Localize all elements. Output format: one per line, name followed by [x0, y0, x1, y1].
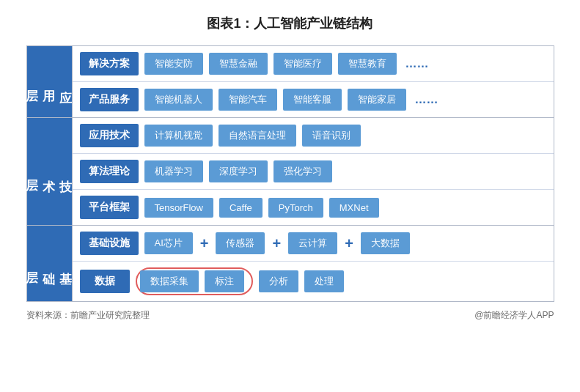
tag-smart-security: 智能安防	[144, 53, 203, 75]
tag-caffe: Caffe	[219, 198, 263, 218]
subrow-product: 产品服务 智能机器人 智能汽车 智能客服 智能家居 ……	[73, 82, 554, 117]
layer-label-app: 应用层	[27, 46, 73, 117]
tag-data-collection: 数据采集	[140, 270, 199, 292]
sublabel-apptech: 应用技术	[80, 124, 139, 147]
tag-cloud: 云计算	[288, 232, 337, 254]
tag-cv: 计算机视觉	[144, 125, 213, 147]
layer-row-app: 应用层 解决方案 智能安防 智慧金融 智能医疗 智慧教育 …… 产品服务 智能机…	[27, 46, 554, 118]
tag-analysis: 分析	[259, 270, 298, 292]
tag-annotation: 标注	[205, 270, 244, 292]
layer-row-base: 基础层 基础设施 AI芯片 + 传感器 + 云计算 + 大数据 数据 数据采集 …	[27, 226, 554, 301]
layer-label-base: 基础层	[27, 226, 73, 301]
sublabel-algo: 算法理论	[80, 160, 139, 183]
sublabel-infra: 基础设施	[80, 232, 139, 255]
subrow-data: 数据 数据采集 标注 分析 处理	[73, 262, 554, 301]
plus-2: +	[271, 235, 282, 252]
tag-pytorch: PyTorch	[268, 198, 323, 218]
subrow-algo: 算法理论 机器学习 深度学习 强化学习	[73, 154, 554, 190]
tag-processing: 处理	[304, 270, 344, 292]
subrow-platform: 平台框架 TensorFlow Caffe PyTorch MXNet	[73, 190, 554, 225]
layer-row-tech: 技术层 应用技术 计算机视觉 自然语言处理 语音识别 算法理论 机器学习 深度学…	[27, 118, 554, 226]
tag-smart-finance: 智慧金融	[209, 53, 268, 75]
tag-bigdata: 大数据	[361, 232, 410, 254]
plus-3: +	[343, 235, 355, 252]
footer-brand: @前瞻经济学人APP	[474, 309, 554, 322]
layer-label-tech: 技术层	[27, 118, 73, 225]
dots-1: ……	[403, 57, 432, 70]
tag-smart-robot: 智能机器人	[144, 89, 213, 111]
tag-tensorflow: TensorFlow	[144, 198, 213, 218]
tag-smart-car: 智能汽车	[219, 89, 277, 111]
circled-group: 数据采集 标注	[136, 267, 253, 295]
footer: 资料来源：前瞻产业研究院整理 @前瞻经济学人APP	[26, 309, 554, 322]
sublabel-solution: 解决方案	[80, 52, 139, 75]
dots-2: ……	[412, 93, 441, 106]
sublabel-platform: 平台框架	[80, 196, 139, 219]
footer-source: 资料来源：前瞻产业研究院整理	[26, 309, 150, 322]
tag-smart-home: 智能家居	[348, 89, 406, 111]
subrow-apptech: 应用技术 计算机视觉 自然语言处理 语音识别	[73, 118, 554, 154]
tag-smart-medical: 智能医疗	[274, 53, 332, 75]
layer-content-tech: 应用技术 计算机视觉 自然语言处理 语音识别 算法理论 机器学习 深度学习 强化…	[73, 118, 554, 225]
tag-rl: 强化学习	[274, 160, 332, 182]
chart-container: 应用层 解决方案 智能安防 智慧金融 智能医疗 智慧教育 …… 产品服务 智能机…	[26, 45, 554, 302]
tag-ai-chip: AI芯片	[144, 232, 193, 254]
tag-ml: 机器学习	[144, 160, 203, 182]
subrow-infra: 基础设施 AI芯片 + 传感器 + 云计算 + 大数据	[73, 226, 554, 262]
sublabel-data: 数据	[80, 270, 130, 293]
tag-smart-education: 智慧教育	[338, 53, 397, 75]
tag-nlp: 自然语言处理	[219, 125, 296, 147]
tag-sensor: 传感器	[216, 232, 265, 254]
layer-content-app: 解决方案 智能安防 智慧金融 智能医疗 智慧教育 …… 产品服务 智能机器人 智…	[73, 46, 554, 117]
layer-content-base: 基础设施 AI芯片 + 传感器 + 云计算 + 大数据 数据 数据采集 标注 分…	[73, 226, 554, 301]
tag-dl: 深度学习	[209, 160, 268, 182]
plus-1: +	[199, 235, 210, 252]
tag-smart-service: 智能客服	[283, 89, 342, 111]
chart-title: 图表1：人工智能产业链结构	[207, 15, 372, 32]
sublabel-product: 产品服务	[80, 88, 139, 111]
tag-mxnet: MXNet	[329, 198, 379, 218]
tag-speech: 语音识别	[302, 125, 361, 147]
subrow-solution: 解决方案 智能安防 智慧金融 智能医疗 智慧教育 ……	[73, 46, 554, 82]
